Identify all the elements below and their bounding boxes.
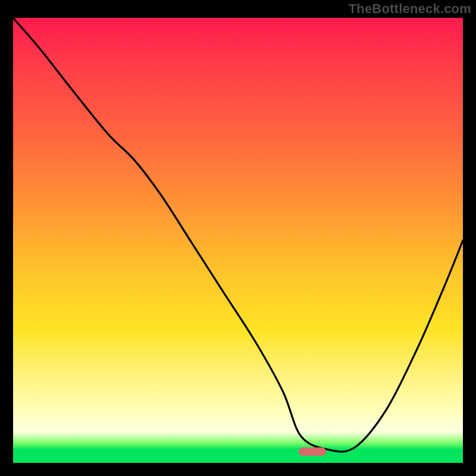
plot-area — [13, 18, 463, 463]
chart-frame: TheBottleneck.com — [0, 0, 476, 476]
bottleneck-curve — [13, 18, 463, 463]
attribution-text: TheBottleneck.com — [349, 1, 471, 17]
optimum-marker — [299, 447, 326, 456]
